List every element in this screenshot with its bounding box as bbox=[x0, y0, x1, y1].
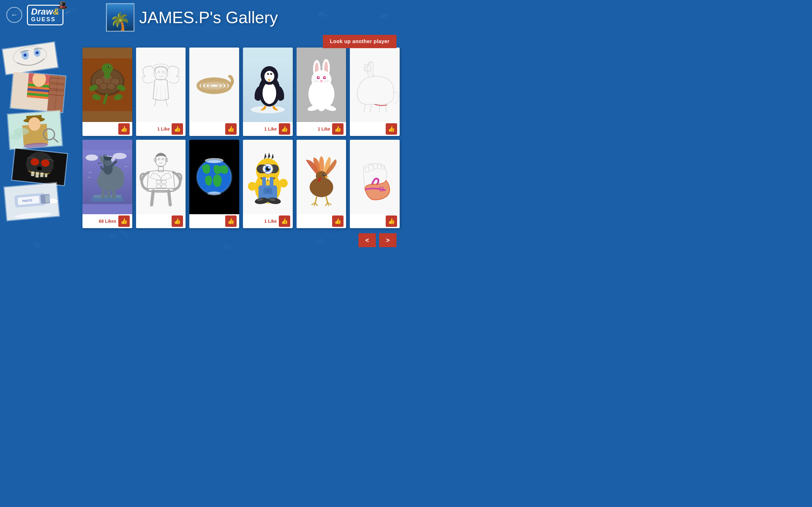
card-image-11 bbox=[297, 140, 346, 214]
svg-point-145 bbox=[104, 157, 112, 159]
card-footer-8: 👍 bbox=[136, 214, 186, 228]
logo-draw-text: Draw& bbox=[31, 7, 59, 16]
card-image-10: G bbox=[243, 140, 293, 214]
like-button-2[interactable]: 👍 bbox=[171, 123, 183, 135]
svg-point-111 bbox=[311, 70, 332, 89]
card-image-7 bbox=[83, 140, 132, 214]
gallery-card-8: 👍 bbox=[136, 140, 186, 228]
card-footer-12: 👍 bbox=[350, 214, 400, 228]
card-footer-3: 👍 bbox=[189, 122, 239, 136]
svg-rect-141 bbox=[112, 189, 116, 199]
back-icon: ← bbox=[11, 11, 18, 19]
svg-point-135 bbox=[113, 153, 126, 159]
svg-point-104 bbox=[271, 73, 272, 74]
card-footer-7: 68 Likes 👍 bbox=[83, 214, 132, 228]
svg-point-72 bbox=[107, 83, 115, 90]
gallery-area: 👍 bbox=[83, 48, 400, 228]
svg-rect-178 bbox=[262, 177, 266, 186]
card-image-2 bbox=[136, 48, 186, 122]
card-image-5 bbox=[297, 48, 346, 122]
svg-point-115 bbox=[324, 77, 325, 78]
sidebar-art-3 bbox=[7, 110, 63, 150]
svg-point-71 bbox=[100, 83, 107, 90]
svg-rect-138 bbox=[91, 198, 123, 202]
card-image-8 bbox=[136, 140, 186, 214]
prev-page-button[interactable]: < bbox=[358, 233, 376, 247]
svg-rect-61 bbox=[45, 195, 50, 203]
svg-rect-55 bbox=[40, 172, 44, 177]
card-footer-1: 👍 bbox=[83, 122, 132, 136]
like-button-1[interactable]: 👍 bbox=[118, 123, 130, 135]
like-count-2: 1 Like bbox=[157, 126, 170, 131]
svg-point-75 bbox=[109, 66, 110, 67]
svg-point-172 bbox=[268, 167, 270, 169]
svg-point-94 bbox=[251, 106, 285, 113]
card-footer-9: 👍 bbox=[189, 214, 239, 228]
card-image-9 bbox=[189, 140, 239, 214]
lookup-player-button[interactable]: Look up another player bbox=[323, 35, 397, 48]
like-button-10[interactable]: 👍 bbox=[279, 216, 290, 227]
card-footer-10: 1 Like 👍 bbox=[243, 214, 293, 228]
svg-text:✏: ✏ bbox=[379, 9, 390, 23]
svg-rect-126 bbox=[350, 58, 400, 111]
like-count-10: 1 Like bbox=[264, 219, 277, 224]
sidebar-artwork-strip: PASTE bbox=[0, 0, 73, 253]
svg-point-103 bbox=[268, 73, 269, 74]
like-button-11[interactable]: 👍 bbox=[332, 216, 344, 227]
logo: Draw& GUESS 🎩 bbox=[27, 5, 63, 25]
svg-rect-140 bbox=[107, 189, 110, 198]
gallery-card-9: 👍 bbox=[189, 140, 239, 228]
card-image-3 bbox=[189, 48, 239, 122]
gallery-card-10: G 1 Like 👍 bbox=[243, 140, 293, 228]
pagination: < > bbox=[358, 233, 397, 247]
sidebar-art-1 bbox=[2, 41, 59, 75]
gallery-card-4: 1 Like 👍 bbox=[243, 48, 293, 136]
svg-rect-53 bbox=[31, 171, 35, 176]
svg-point-125 bbox=[317, 104, 325, 111]
gallery-card-1: 👍 bbox=[83, 48, 132, 136]
svg-point-101 bbox=[267, 73, 269, 75]
svg-rect-54 bbox=[36, 172, 39, 177]
like-button-3[interactable]: 👍 bbox=[225, 123, 237, 135]
svg-point-114 bbox=[318, 77, 319, 78]
sidebar-art-2 bbox=[9, 71, 67, 113]
like-button-8[interactable]: 👍 bbox=[171, 216, 183, 227]
svg-rect-179 bbox=[270, 177, 273, 186]
svg-text:✏: ✏ bbox=[315, 234, 326, 248]
card-footer-4: 1 Like 👍 bbox=[243, 122, 293, 136]
like-button-9[interactable]: 👍 bbox=[225, 216, 237, 227]
like-button-4[interactable]: 👍 bbox=[279, 123, 290, 135]
svg-point-193 bbox=[323, 174, 324, 175]
svg-point-134 bbox=[86, 155, 98, 161]
gallery-card-11: 👍 bbox=[297, 140, 346, 228]
like-button-7[interactable]: 👍 bbox=[118, 216, 130, 227]
like-button-6[interactable]: 👍 bbox=[386, 123, 397, 135]
player-avatar bbox=[106, 3, 135, 32]
gallery-card-12: 👍 bbox=[350, 140, 400, 228]
gallery-title: JAMES.P's Gallery bbox=[139, 8, 278, 27]
logo-guess-text: GUESS bbox=[31, 16, 59, 23]
svg-text:✏: ✏ bbox=[222, 240, 234, 253]
card-image-12 bbox=[350, 140, 400, 214]
svg-rect-56 bbox=[45, 173, 48, 177]
svg-rect-80 bbox=[104, 70, 111, 78]
back-button[interactable]: ← bbox=[6, 7, 22, 23]
like-button-5[interactable]: 👍 bbox=[332, 123, 344, 135]
svg-text:✏: ✏ bbox=[316, 7, 329, 22]
like-count-7: 68 Likes bbox=[99, 219, 116, 224]
svg-point-121 bbox=[310, 99, 319, 105]
gallery-grid: 👍 bbox=[83, 48, 400, 228]
card-image-4 bbox=[243, 48, 293, 122]
gallery-card-3: 👍 bbox=[189, 48, 239, 136]
card-image-1 bbox=[83, 48, 132, 122]
like-button-12[interactable]: 👍 bbox=[386, 216, 397, 227]
next-page-button[interactable]: > bbox=[379, 233, 397, 247]
svg-rect-139 bbox=[101, 189, 105, 199]
card-footer-5: 1 Like 👍 bbox=[297, 122, 346, 136]
gallery-card-7: 68 Likes 👍 bbox=[83, 140, 132, 228]
sidebar-art-5: PASTE bbox=[3, 182, 60, 221]
gallery-card-6: 👍 bbox=[350, 48, 400, 136]
like-count-5: 1 Like bbox=[318, 126, 331, 131]
gallery-card-2: 1 Like 👍 bbox=[136, 48, 186, 136]
svg-point-191 bbox=[316, 171, 327, 181]
